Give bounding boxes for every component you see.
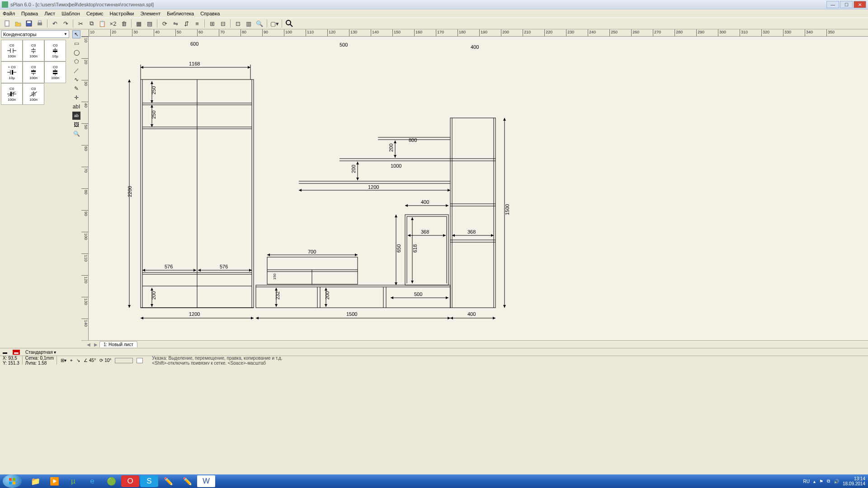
- svg-text:250: 250: [151, 86, 156, 94]
- minimize-button[interactable]: —: [826, 1, 839, 8]
- menu-sheet[interactable]: Лист: [44, 11, 55, 16]
- dup-icon[interactable]: ×2: [108, 19, 118, 28]
- svg-text:400: 400: [471, 44, 479, 50]
- app-icon: [2, 1, 8, 8]
- svg-text:2200: 2200: [127, 186, 132, 197]
- align-icon[interactable]: ≡: [193, 19, 202, 28]
- ungroup-icon[interactable]: ⊟: [218, 19, 227, 28]
- new-icon[interactable]: [3, 19, 12, 28]
- open-icon[interactable]: [14, 19, 23, 28]
- symbol-cap-6[interactable]: C0100n: [44, 61, 66, 83]
- svg-text:618: 618: [412, 244, 418, 253]
- angle-10[interactable]: ⟳ 10°: [99, 358, 111, 363]
- snap-icon[interactable]: ⊡: [233, 19, 242, 28]
- svg-text:1168: 1168: [189, 61, 200, 66]
- svg-text:400: 400: [467, 311, 476, 317]
- svg-rect-0: [5, 21, 9, 26]
- pointer-tool[interactable]: ↖: [72, 30, 80, 38]
- node-tool[interactable]: ✛: [72, 94, 80, 102]
- menu-settings[interactable]: Настройки: [110, 11, 134, 16]
- freehand-tool[interactable]: ✎: [72, 84, 80, 93]
- mirror-v-icon[interactable]: ⇵: [182, 19, 191, 28]
- grid-icon[interactable]: ▥: [244, 19, 253, 28]
- symbol-cap-3[interactable]: C010µ: [44, 40, 66, 61]
- svg-text:576: 576: [220, 264, 228, 269]
- toolbar: ↶ ↷ ✂ ⧉ 📋 ×2 🗑 ▦ ▨ ⟳ ⇋ ⇵ ≡ ⊞ ⊟ ⊡ ▥ 🔍 ▢▾: [0, 18, 868, 29]
- print-icon[interactable]: [35, 19, 44, 28]
- zoom-icon[interactable]: [285, 19, 294, 28]
- flag-ru-icon: ▬: [13, 350, 20, 355]
- svg-text:250: 250: [151, 111, 156, 119]
- bezier-tool[interactable]: ∿: [72, 75, 80, 84]
- svg-text:500: 500: [340, 42, 348, 47]
- close-button[interactable]: ✕: [854, 1, 866, 8]
- angle-45[interactable]: ∠ 45°: [84, 358, 96, 363]
- cut-icon[interactable]: ✂: [76, 19, 85, 28]
- ortho-toggle[interactable]: ↘: [76, 358, 80, 363]
- svg-text:1200: 1200: [368, 184, 379, 190]
- menu-service[interactable]: Сервис: [86, 11, 104, 16]
- menu-file[interactable]: Файл: [3, 11, 15, 16]
- legend-bar: ▬ ▬ Стандартная ▾: [0, 348, 868, 356]
- menu-edit[interactable]: Правка: [21, 11, 38, 16]
- label-tool[interactable]: ab: [72, 112, 80, 120]
- svg-rect-2: [27, 21, 31, 23]
- menu-template[interactable]: Шаблон: [61, 11, 80, 16]
- grid-toggle[interactable]: ⊞▾: [61, 358, 66, 363]
- svg-text:400: 400: [421, 199, 429, 205]
- legend-dropdown[interactable]: Стандартная ▾: [25, 350, 56, 355]
- zoom-tool[interactable]: 🔍: [72, 130, 80, 138]
- undo-icon[interactable]: ↶: [50, 19, 59, 28]
- grid-readout: Сетка: 0,1mm Лупа: 1,58: [23, 356, 57, 365]
- circle-tool[interactable]: ◯: [72, 48, 80, 56]
- svg-rect-17: [53, 51, 57, 52]
- status-bar: X: 93,5 Y: 151,3 Сетка: 0,1mm Лупа: 1,58…: [0, 356, 868, 365]
- mirror-h-icon[interactable]: ⇋: [171, 19, 180, 28]
- poly-tool[interactable]: ⬠: [72, 57, 80, 66]
- symbol-cap-7[interactable]: C0100n: [1, 83, 23, 105]
- rotate-icon[interactable]: ⟳: [160, 19, 169, 28]
- svg-text:200: 200: [388, 144, 394, 152]
- svg-rect-27: [53, 70, 57, 72]
- redo-icon[interactable]: ↷: [61, 19, 70, 28]
- image-tool[interactable]: 🖼: [72, 121, 80, 129]
- svg-line-6: [290, 24, 292, 27]
- svg-text:650: 650: [396, 244, 401, 253]
- menu-help[interactable]: Справка: [200, 11, 220, 16]
- group-icon[interactable]: ⊞: [208, 19, 217, 28]
- front-icon[interactable]: ▦: [134, 19, 143, 28]
- paste-icon[interactable]: 📋: [98, 19, 107, 28]
- drawing-canvas[interactable]: 600 500 400: [89, 37, 868, 340]
- menu-library[interactable]: Библиотека: [167, 11, 194, 16]
- save-icon[interactable]: [24, 19, 33, 28]
- menu-element[interactable]: Элемент: [140, 11, 160, 16]
- symbol-cap-1[interactable]: C0100n: [1, 40, 23, 61]
- svg-rect-101: [405, 215, 448, 285]
- library-combo[interactable]: Конденсаторы ▼: [1, 30, 69, 38]
- window-title: sPlan 6.0 - [c:\users\Тимофей\desktop\го…: [10, 2, 154, 7]
- sheet-tab-1[interactable]: 1: Новый лист: [99, 341, 137, 347]
- symbol-cap-2[interactable]: C0100n: [23, 40, 44, 61]
- copy-icon[interactable]: ⧉: [87, 19, 96, 28]
- maximize-button[interactable]: ☐: [840, 1, 853, 8]
- back-icon[interactable]: ▨: [145, 19, 154, 28]
- delete-icon[interactable]: 🗑: [119, 19, 128, 28]
- library-panel: Конденсаторы ▼ C0100n C0100n C010µ + C01…: [0, 29, 71, 348]
- tab-next[interactable]: ▶: [92, 342, 99, 347]
- rect-tool[interactable]: ▭: [72, 39, 80, 47]
- page-icon[interactable]: ▢▾: [270, 19, 279, 28]
- snap-toggle[interactable]: ⌖: [70, 358, 73, 363]
- find-icon[interactable]: 🔍: [255, 19, 264, 28]
- flag-eu-icon: ▬: [3, 350, 7, 355]
- lineweight-combo[interactable]: [115, 358, 133, 363]
- symbol-cap-5[interactable]: C0100n: [23, 61, 44, 83]
- ruler-vertical: 102030405060708090100110120130140: [81, 37, 89, 340]
- text-tool[interactable]: abI: [72, 103, 80, 111]
- line-tool[interactable]: ／: [72, 66, 80, 75]
- symbol-cap-4[interactable]: + C010µ: [1, 61, 23, 83]
- coord-readout: X: 93,5 Y: 151,3: [0, 356, 23, 365]
- fill-combo[interactable]: [137, 358, 143, 363]
- svg-rect-3: [38, 23, 42, 25]
- symbol-cap-8[interactable]: C0100n: [23, 83, 44, 105]
- tab-prev[interactable]: ◀: [85, 342, 92, 347]
